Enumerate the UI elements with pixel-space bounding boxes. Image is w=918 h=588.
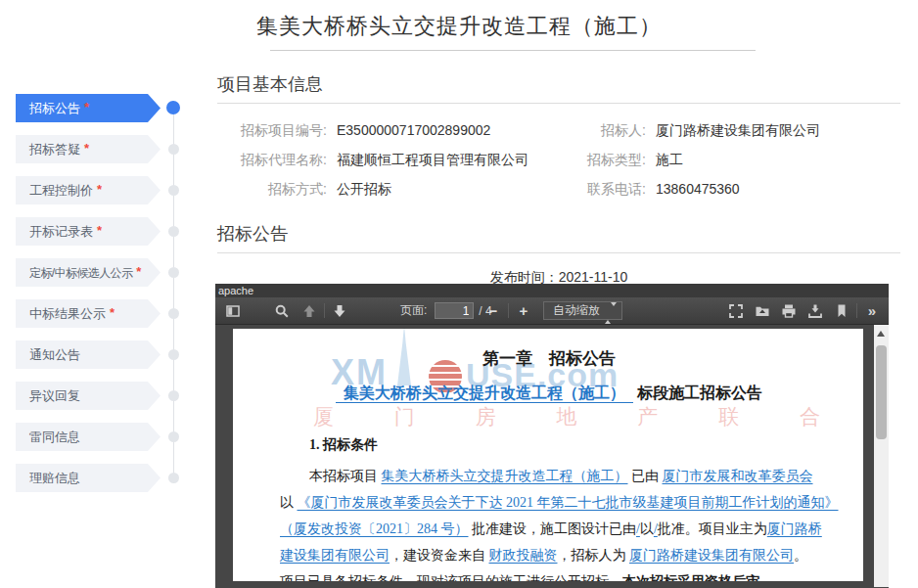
timeline-dot — [168, 431, 179, 442]
scroll-up-icon[interactable] — [877, 331, 885, 337]
pdf-document-text: 第一章 招标公告 集美大桥桥头立交提升改造工程（施工） 标段施工招标公告 1. … — [233, 329, 863, 581]
sidebar-item-winner-candidate-publicity[interactable]: 定标/中标候选人公示* — [16, 258, 161, 287]
required-star: * — [84, 100, 89, 114]
page-number-input[interactable] — [435, 302, 474, 319]
tender-method-value: 公开招标 — [327, 179, 577, 199]
sidebar-item-tender-qa[interactable]: 招标答疑* — [16, 135, 161, 163]
pdf-toolbar: 页面: / 4 − + 自动缩放 — [215, 297, 889, 325]
required-star: * — [136, 264, 140, 279]
sidebar-item-label: 招标答疑 — [29, 142, 80, 157]
toolbar-right-group: » — [724, 300, 884, 322]
sidebar-item-similarity-info[interactable]: 雷同信息 — [16, 423, 161, 451]
sidebar-item-claim-info[interactable]: 理赔信息 — [16, 464, 161, 492]
presentation-mode-icon[interactable] — [724, 300, 748, 322]
sidebar-item-bid-opening-record[interactable]: 开标记录表* — [16, 217, 161, 246]
sidebar-item-tender-announcement[interactable]: 招标公告* — [16, 94, 161, 122]
zoom-out-button[interactable]: − — [482, 300, 505, 322]
page-root: 集美大桥桥头立交提升改造工程（施工） 招标公告* 招标答疑* 工程控制价* 开标… — [0, 0, 918, 588]
sidebar-item-label: 通知公告 — [29, 347, 80, 362]
next-page-icon[interactable] — [328, 300, 351, 322]
sidebar-item-label: 招标公告 — [29, 101, 80, 115]
timeline-line — [173, 106, 174, 479]
doc-link[interactable]: 厦门市发展和改革委员会 — [663, 469, 813, 483]
sidebar-item-label: 开标记录表 — [29, 224, 93, 239]
doc-text: ，建设资金来自 — [390, 548, 489, 563]
page-title: 集美大桥桥头立交提升改造工程（施工） — [0, 12, 918, 41]
timeline-dot — [168, 349, 179, 360]
doc-link[interactable]: 《厦门市发展改革委员会关于下达 2021 年第二十七批市级基建项目前期工作计划的… — [298, 495, 839, 510]
sidebar-item-bid-result-publicity[interactable]: 中标结果公示* — [16, 299, 161, 328]
sidebar-item-label: 定标/中标候选人公示 — [29, 266, 132, 280]
doc-section-heading: 1. 招标条件 — [280, 437, 818, 453]
section-divider — [217, 103, 900, 104]
sidebar-item-label: 雷同信息 — [29, 430, 80, 444]
sidebar-item-label: 异议回复 — [29, 388, 80, 403]
doc-paragraph-line: 本招标项目 集美大桥桥头立交提升改造工程（施工） 已由 厦门市发展和改革委员会 — [280, 463, 818, 489]
zoom-mode-select[interactable]: 自动缩放 — [543, 301, 622, 320]
timeline-dot — [168, 308, 179, 319]
doc-text: 批准建设，施工图设计已由 — [469, 521, 637, 536]
doc-link[interactable]: 厦门路桥建设集团有限公司 — [629, 548, 794, 563]
sidebar-item-label: 理赔信息 — [29, 471, 80, 485]
timeline-dot — [168, 185, 179, 196]
doc-link[interactable]: （厦发改投资〔2021〕284 号） — [280, 521, 469, 536]
page-label: 页面: — [400, 302, 427, 319]
field-label: 联系电话: — [577, 179, 646, 199]
open-file-icon[interactable] — [751, 300, 774, 322]
sidebar-item-notice[interactable]: 通知公告 — [16, 340, 161, 369]
more-tools-button[interactable]: » — [860, 300, 884, 322]
tenderer-value: 厦门路桥建设集团有限公司 — [646, 120, 900, 140]
sidebar-item-project-control-price[interactable]: 工程控制价* — [16, 176, 161, 204]
download-icon[interactable] — [803, 300, 827, 322]
required-star: * — [110, 305, 115, 320]
timeline-dot — [168, 267, 179, 278]
doc-text: 本招标项目 — [309, 469, 382, 483]
field-label: 招标类型: — [577, 150, 646, 169]
title-underline — [270, 50, 756, 51]
doc-text: 项目已具备招标条件，现对该项目的施工进行公开招标， — [280, 574, 622, 581]
doc-subtitle-rest: 标段施工招标公告 — [637, 384, 762, 401]
doc-text: 已由 — [628, 469, 663, 483]
zoom-mode-value: 自动缩放 — [553, 302, 600, 319]
required-star: * — [97, 223, 102, 238]
doc-paragraph-line: 项目已具备招标条件，现对该项目的施工进行公开招标，本次招标采用资格后审。 — [280, 568, 818, 581]
doc-paragraph-line: 建设集团有限公司，建设资金来自 财政投融资，招标人为 厦门路桥建设集团有限公司。 — [280, 542, 818, 568]
toolbar-separator — [324, 303, 325, 318]
doc-text: 以 — [640, 521, 654, 536]
sidebar-nav: 招标公告* 招标答疑* 工程控制价* 开标记录表* 定标/中标候选人公示* 中标… — [16, 94, 174, 505]
doc-link[interactable]: 厦门路桥 — [767, 521, 822, 536]
required-star: * — [84, 141, 89, 156]
print-icon[interactable] — [777, 300, 801, 322]
previous-page-icon[interactable] — [298, 300, 321, 322]
doc-subtitle: 集美大桥桥头立交提升改造工程（施工） 标段施工招标公告 — [280, 383, 818, 404]
field-label: 招标人: — [577, 120, 646, 140]
pdf-window-title: apache — [215, 284, 889, 297]
required-star: * — [97, 182, 102, 197]
timeline-dot — [168, 144, 179, 155]
announcement-heading: 招标公告 — [217, 222, 900, 246]
pdf-scrollbar[interactable] — [874, 325, 889, 587]
timeline-dot — [168, 390, 179, 401]
section-divider — [217, 252, 900, 253]
doc-chapter-title: 第一章 招标公告 — [280, 348, 818, 370]
field-label: 招标项目编号: — [217, 120, 327, 140]
pdf-page: XM USE.com 厦 门 房 地 产 联 合 网 第一章 招标公告 集美大桥… — [233, 329, 863, 581]
timeline-dot — [168, 226, 179, 237]
doc-text: 批准。项目业主为 — [658, 521, 767, 536]
doc-link[interactable]: 建设集团有限公司 — [280, 548, 390, 563]
doc-subtitle-link[interactable]: 集美大桥桥头立交提升改造工程（施工） — [336, 384, 633, 403]
field-label: 招标代理名称: — [217, 150, 327, 169]
scrollbar-thumb[interactable] — [876, 345, 887, 439]
sidebar-item-objection-reply[interactable]: 异议回复 — [16, 382, 161, 410]
sidebar-toggle-icon[interactable] — [221, 300, 245, 322]
zoom-in-button[interactable]: + — [512, 300, 535, 322]
agency-value: 福建顺恒工程项目管理有限公司 — [327, 150, 577, 169]
tender-type-value: 施工 — [646, 150, 900, 169]
bookmark-icon[interactable] — [830, 300, 853, 322]
publish-time-label: 发布时间： — [490, 269, 559, 285]
toolbar-separator — [508, 303, 509, 318]
doc-link[interactable]: 财政投融资 — [489, 548, 558, 563]
pdf-content-area: XM USE.com 厦 门 房 地 产 联 合 网 第一章 招标公告 集美大桥… — [215, 325, 889, 587]
doc-link[interactable]: 集美大桥桥头立交提升改造工程（施工） — [382, 469, 628, 483]
search-icon[interactable] — [270, 300, 294, 322]
